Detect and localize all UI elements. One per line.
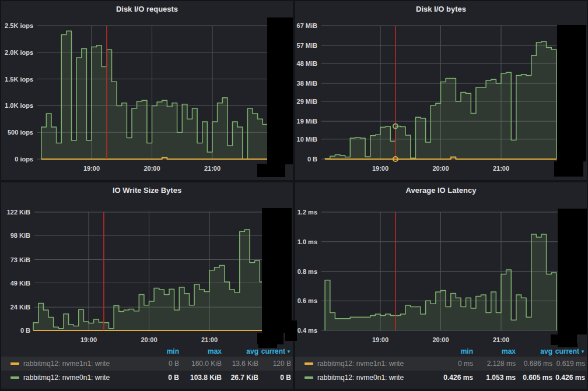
legend-series-label[interactable]: rabbitmq12: nvme0n1: write (23, 374, 135, 382)
disk-io-requests-chart[interactable]: 0 iops500 iops1.0K iops1.5K iops2.0K iop… (1, 17, 293, 180)
redaction-box (257, 164, 285, 177)
legend-header-avg[interactable]: avg (516, 347, 552, 355)
legend-value: 0 B (258, 374, 291, 382)
legend-header-row: minmaxavgcurrent▼ (1, 346, 293, 357)
legend-header-max[interactable]: max (473, 347, 516, 355)
redaction-box (262, 208, 292, 333)
y-axis-label: 0 iops (15, 156, 33, 163)
legend-value: 26.7 KiB (222, 374, 258, 382)
x-axis-label: 21:00 (493, 336, 509, 343)
legend-row: rabbitmq12: nvme0n1: write0.426 ms1.053 … (295, 371, 587, 385)
x-axis-label: 19:00 (80, 336, 97, 343)
legend-value: 1.053 ms (473, 374, 516, 382)
legend-value: 0 ms (429, 360, 473, 368)
sort-desc-icon: ▼ (580, 349, 585, 354)
legend-series-label[interactable]: rabbitmq12: nvme1n1: write (317, 360, 429, 368)
x-axis-label: 21:00 (201, 336, 218, 343)
y-axis-label: 98 KiB (10, 232, 30, 239)
sort-desc-icon: ▼ (286, 349, 291, 354)
x-axis-label: 20:00 (144, 165, 160, 172)
redaction-box (557, 25, 586, 161)
x-axis-label: 21:00 (204, 165, 220, 172)
y-axis-label: 122 KiB (7, 209, 30, 216)
redaction-box (267, 17, 293, 164)
y-axis-label: 67 MiB (297, 22, 318, 29)
legend-value: 2.128 ms (473, 360, 516, 368)
panel-title-disk-io-requests[interactable]: Disk I/O requests (1, 1, 293, 17)
y-axis-label: 10 MiB (297, 136, 318, 143)
x-axis-label: 19:00 (83, 165, 100, 172)
series-color-swatch (304, 362, 313, 365)
legend-value: 103.8 KiB (179, 374, 222, 382)
legend-header-current[interactable]: current▼ (552, 347, 585, 355)
y-axis-label: 29 MiB (297, 98, 318, 105)
y-axis-label: 0 B (307, 156, 317, 163)
y-axis-label: 0.6 ms (298, 297, 317, 304)
panel-title-average-io-latency[interactable]: Average IO Latency (295, 182, 587, 199)
panel-average-io-latency: Average IO Latency 0.4 ms0.6 ms0.8 ms1.0… (295, 182, 587, 389)
y-axis-label: 1.0K iops (5, 102, 33, 109)
redaction-box (285, 320, 297, 341)
legend-value: 0.619 ms (552, 360, 585, 368)
legend-value: 0 B (135, 374, 179, 382)
legend-value: 0.605 ms (516, 374, 552, 382)
y-axis-label: 57 MiB (297, 42, 318, 49)
legend-value: 0.686 ms (516, 360, 552, 368)
x-axis-label: 20:00 (432, 336, 449, 343)
legend-row: rabbitmq12: nvme1n1: write0 ms2.128 ms0.… (295, 357, 587, 371)
legend-value: 120 B (258, 360, 291, 368)
y-axis-label: 500 iops (8, 129, 33, 136)
redaction-box (558, 343, 578, 347)
legend-row: rabbitmq12: nvme1n1: write0 B160.0 KiB13… (1, 357, 293, 371)
redaction-box (257, 333, 284, 344)
legend-row: rabbitmq12: nvme0n1: write0 B103.8 KiB26… (1, 371, 293, 385)
redaction-box (554, 161, 583, 177)
series-color-swatch (304, 376, 313, 379)
io-write-size-bytes-chart[interactable]: 0 B24 KiB49 KiB73 KiB98 KiB122 KiB19:002… (1, 199, 293, 344)
panel-title-disk-io-bytes[interactable]: Disk I/O bytes (295, 1, 587, 17)
panel-title-io-write-size-bytes[interactable]: IO Write Size Bytes (1, 182, 293, 199)
x-axis-label: 20:00 (432, 165, 449, 172)
legend-table: minmaxavgcurrent▼rabbitmq12: nvme1n1: wr… (295, 344, 587, 389)
legend-table: minmaxavgcurrent▼rabbitmq12: nvme1n1: wr… (1, 344, 293, 389)
y-axis-label: 19 MiB (297, 118, 318, 125)
panel-disk-io-bytes: Disk I/O bytes 0 B10 MiB19 MiB29 MiB38 M… (295, 1, 587, 180)
grafana-dashboard: { "colors": { "green_series": "#7EB26D",… (0, 0, 588, 391)
average-io-latency-chart[interactable]: 0.4 ms0.6 ms0.8 ms1.0 ms1.2 ms19:0020:00… (295, 199, 587, 344)
legend-header-avg[interactable]: avg (222, 347, 258, 355)
series-color-swatch (10, 376, 19, 379)
legend-header-min[interactable]: min (135, 347, 179, 355)
x-axis-label: 19:00 (372, 336, 388, 343)
legend-series-label[interactable]: rabbitmq12: nvme0n1: write (317, 374, 429, 382)
y-axis-label: 38 MiB (297, 80, 318, 87)
panel-disk-io-requests: Disk I/O requests 0 iops500 iops1.0K iop… (1, 1, 293, 180)
legend-value: 0.426 ms (429, 374, 473, 382)
y-axis-label: 1.5K iops (5, 76, 33, 83)
legend-value: 0 B (135, 360, 179, 368)
y-axis-label: 0.8 ms (298, 268, 317, 275)
series-color-swatch (10, 362, 19, 365)
legend-header-row: minmaxavgcurrent▼ (295, 346, 587, 357)
y-axis-label: 0 B (20, 327, 30, 334)
legend-value: 0.426 ms (552, 374, 585, 382)
legend-header-current[interactable]: current▼ (258, 347, 291, 355)
panel-io-write-size-bytes: IO Write Size Bytes 0 B24 KiB49 KiB73 Ki… (1, 182, 293, 389)
y-axis-label: 48 MiB (297, 60, 318, 67)
y-axis-label: 2.5K iops (5, 22, 33, 29)
x-axis-label: 21:00 (493, 165, 509, 172)
y-axis-label: 73 KiB (10, 256, 30, 263)
y-axis-label: 1.2 ms (298, 209, 317, 216)
y-axis-label: 0.4 ms (298, 327, 317, 334)
legend-header-min[interactable]: min (429, 347, 473, 355)
legend-header-max[interactable]: max (179, 347, 222, 355)
redaction-box (258, 343, 277, 348)
x-axis-label: 19:00 (372, 165, 388, 172)
y-axis-label: 2.0K iops (5, 49, 33, 56)
y-axis-label: 24 KiB (10, 304, 30, 311)
legend-series-label[interactable]: rabbitmq12: nvme1n1: write (23, 360, 135, 368)
x-axis-label: 20:00 (141, 336, 157, 343)
y-axis-label: 49 KiB (10, 280, 30, 287)
legend-value: 160.0 KiB (179, 360, 222, 368)
disk-io-bytes-chart[interactable]: 0 B10 MiB19 MiB29 MiB38 MiB48 MiB57 MiB6… (295, 17, 587, 180)
legend-value: 13.6 KiB (222, 360, 258, 368)
